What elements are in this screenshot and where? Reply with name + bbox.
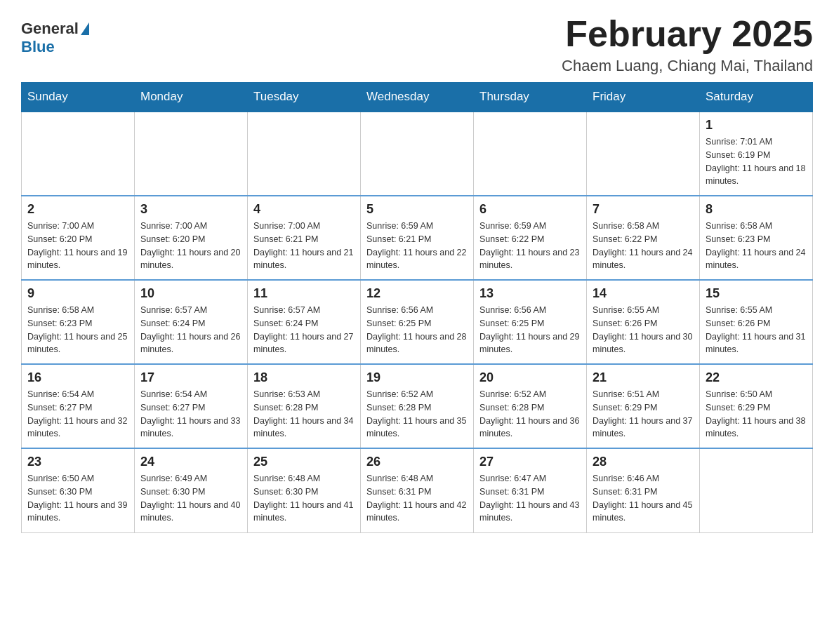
day-number: 24	[140, 455, 241, 469]
day-number: 18	[253, 370, 355, 385]
sunrise-text: Sunrise: 7:00 AM	[140, 220, 241, 233]
daylight-text: Daylight: 11 hours and 25 minutes.	[27, 330, 128, 357]
logo: General Blue	[21, 14, 89, 56]
sunset-text: Sunset: 6:29 PM	[593, 401, 694, 415]
calendar-cell-w3-d1: 10Sunrise: 6:57 AMSunset: 6:24 PMDayligh…	[135, 280, 248, 364]
sunset-text: Sunset: 6:22 PM	[479, 233, 581, 246]
day-info: Sunrise: 7:01 AMSunset: 6:19 PMDaylight:…	[706, 135, 807, 188]
week-row-2: 2Sunrise: 7:00 AMSunset: 6:20 PMDaylight…	[22, 196, 813, 280]
day-info: Sunrise: 6:46 AMSunset: 6:31 PMDaylight:…	[593, 472, 694, 525]
header-monday: Monday	[135, 83, 248, 112]
day-info: Sunrise: 6:53 AMSunset: 6:28 PMDaylight:…	[253, 388, 355, 441]
sunset-text: Sunset: 6:26 PM	[706, 317, 807, 330]
sunset-text: Sunset: 6:30 PM	[140, 485, 241, 499]
daylight-text: Daylight: 11 hours and 20 minutes.	[140, 246, 241, 273]
daylight-text: Daylight: 11 hours and 29 minutes.	[479, 330, 581, 357]
day-info: Sunrise: 7:00 AMSunset: 6:20 PMDaylight:…	[140, 220, 241, 272]
header-sunday: Sunday	[22, 83, 135, 112]
sunset-text: Sunset: 6:25 PM	[479, 317, 581, 330]
calendar-cell-w2-d1: 3Sunrise: 7:00 AMSunset: 6:20 PMDaylight…	[135, 196, 248, 280]
day-number: 2	[27, 202, 128, 217]
calendar-cell-w4-d5: 21Sunrise: 6:51 AMSunset: 6:29 PMDayligh…	[587, 364, 700, 448]
day-info: Sunrise: 6:52 AMSunset: 6:28 PMDaylight:…	[479, 388, 581, 441]
sunrise-text: Sunrise: 6:48 AM	[253, 472, 355, 485]
sunrise-text: Sunrise: 6:52 AM	[366, 388, 468, 401]
daylight-text: Daylight: 11 hours and 41 minutes.	[253, 499, 355, 525]
day-info: Sunrise: 6:47 AMSunset: 6:31 PMDaylight:…	[479, 472, 581, 525]
sunrise-text: Sunrise: 6:50 AM	[706, 388, 807, 401]
sunset-text: Sunset: 6:28 PM	[479, 401, 581, 415]
day-info: Sunrise: 6:56 AMSunset: 6:25 PMDaylight:…	[366, 304, 468, 356]
calendar-cell-w4-d0: 16Sunrise: 6:54 AMSunset: 6:27 PMDayligh…	[22, 364, 135, 448]
day-number: 10	[140, 286, 241, 301]
day-info: Sunrise: 6:50 AMSunset: 6:29 PMDaylight:…	[706, 388, 807, 441]
day-info: Sunrise: 6:58 AMSunset: 6:23 PMDaylight:…	[27, 304, 128, 356]
sunset-text: Sunset: 6:19 PM	[706, 149, 807, 162]
daylight-text: Daylight: 11 hours and 35 minutes.	[366, 415, 468, 441]
sunrise-text: Sunrise: 6:59 AM	[479, 220, 581, 233]
calendar-cell-w3-d6: 15Sunrise: 6:55 AMSunset: 6:26 PMDayligh…	[700, 280, 813, 364]
sunrise-text: Sunrise: 6:50 AM	[27, 472, 128, 485]
calendar-cell-w4-d1: 17Sunrise: 6:54 AMSunset: 6:27 PMDayligh…	[135, 364, 248, 448]
week-row-1: 1Sunrise: 7:01 AMSunset: 6:19 PMDaylight…	[22, 112, 813, 196]
daylight-text: Daylight: 11 hours and 21 minutes.	[253, 246, 355, 273]
header-friday: Friday	[587, 83, 700, 112]
sunrise-text: Sunrise: 6:47 AM	[479, 472, 581, 485]
day-number: 13	[479, 286, 581, 301]
logo-blue-label: Blue	[21, 38, 55, 56]
calendar-cell-w3-d2: 11Sunrise: 6:57 AMSunset: 6:24 PMDayligh…	[248, 280, 361, 364]
calendar-cell-w2-d4: 6Sunrise: 6:59 AMSunset: 6:22 PMDaylight…	[474, 196, 587, 280]
sunrise-text: Sunrise: 6:54 AM	[140, 388, 241, 401]
day-number: 14	[593, 286, 694, 301]
calendar-cell-w5-d6	[700, 448, 813, 532]
sunrise-text: Sunrise: 6:56 AM	[479, 304, 581, 317]
calendar-cell-w5-d4: 27Sunrise: 6:47 AMSunset: 6:31 PMDayligh…	[474, 448, 587, 532]
sunrise-text: Sunrise: 6:58 AM	[27, 304, 128, 317]
logo-triangle-icon	[81, 22, 89, 35]
calendar-cell-w5-d1: 24Sunrise: 6:49 AMSunset: 6:30 PMDayligh…	[135, 448, 248, 532]
day-number: 11	[253, 286, 355, 301]
calendar-cell-w3-d3: 12Sunrise: 6:56 AMSunset: 6:25 PMDayligh…	[361, 280, 474, 364]
header-thursday: Thursday	[474, 83, 587, 112]
daylight-text: Daylight: 11 hours and 39 minutes.	[27, 499, 128, 525]
calendar-cell-w4-d2: 18Sunrise: 6:53 AMSunset: 6:28 PMDayligh…	[248, 364, 361, 448]
calendar-cell-w5-d2: 25Sunrise: 6:48 AMSunset: 6:30 PMDayligh…	[248, 448, 361, 532]
week-row-5: 23Sunrise: 6:50 AMSunset: 6:30 PMDayligh…	[22, 448, 813, 532]
logo-general-text: General	[21, 20, 89, 38]
sunrise-text: Sunrise: 6:54 AM	[27, 388, 128, 401]
sunset-text: Sunset: 6:25 PM	[366, 317, 468, 330]
day-number: 8	[706, 202, 807, 217]
sunrise-text: Sunrise: 6:59 AM	[366, 220, 468, 233]
calendar-cell-w3-d5: 14Sunrise: 6:55 AMSunset: 6:26 PMDayligh…	[587, 280, 700, 364]
daylight-text: Daylight: 11 hours and 36 minutes.	[479, 415, 581, 441]
day-number: 25	[253, 455, 355, 469]
sunset-text: Sunset: 6:29 PM	[706, 401, 807, 415]
sunrise-text: Sunrise: 7:01 AM	[706, 135, 807, 149]
daylight-text: Daylight: 11 hours and 38 minutes.	[706, 415, 807, 441]
sunset-text: Sunset: 6:21 PM	[253, 233, 355, 246]
calendar-cell-w1-d6: 1Sunrise: 7:01 AMSunset: 6:19 PMDaylight…	[700, 112, 813, 196]
day-number: 16	[27, 370, 128, 385]
title-section: February 2025 Chaem Luang, Chiang Mai, T…	[562, 14, 813, 75]
daylight-text: Daylight: 11 hours and 18 minutes.	[706, 162, 807, 189]
sunset-text: Sunset: 6:27 PM	[27, 401, 128, 415]
sunset-text: Sunset: 6:30 PM	[253, 485, 355, 499]
day-number: 17	[140, 370, 241, 385]
month-title: February 2025	[562, 14, 813, 54]
day-number: 20	[479, 370, 581, 385]
daylight-text: Daylight: 11 hours and 34 minutes.	[253, 415, 355, 441]
day-info: Sunrise: 6:52 AMSunset: 6:28 PMDaylight:…	[366, 388, 468, 441]
calendar-cell-w5-d3: 26Sunrise: 6:48 AMSunset: 6:31 PMDayligh…	[361, 448, 474, 532]
calendar-cell-w1-d2	[248, 112, 361, 196]
calendar-cell-w1-d5	[587, 112, 700, 196]
sunset-text: Sunset: 6:27 PM	[140, 401, 241, 415]
calendar-cell-w4-d3: 19Sunrise: 6:52 AMSunset: 6:28 PMDayligh…	[361, 364, 474, 448]
sunrise-text: Sunrise: 7:00 AM	[27, 220, 128, 233]
daylight-text: Daylight: 11 hours and 23 minutes.	[479, 246, 581, 273]
daylight-text: Daylight: 11 hours and 42 minutes.	[366, 499, 468, 525]
sunrise-text: Sunrise: 6:52 AM	[479, 388, 581, 401]
daylight-text: Daylight: 11 hours and 45 minutes.	[593, 499, 694, 525]
sunset-text: Sunset: 6:30 PM	[27, 485, 128, 499]
daylight-text: Daylight: 11 hours and 43 minutes.	[479, 499, 581, 525]
calendar-cell-w3-d0: 9Sunrise: 6:58 AMSunset: 6:23 PMDaylight…	[22, 280, 135, 364]
